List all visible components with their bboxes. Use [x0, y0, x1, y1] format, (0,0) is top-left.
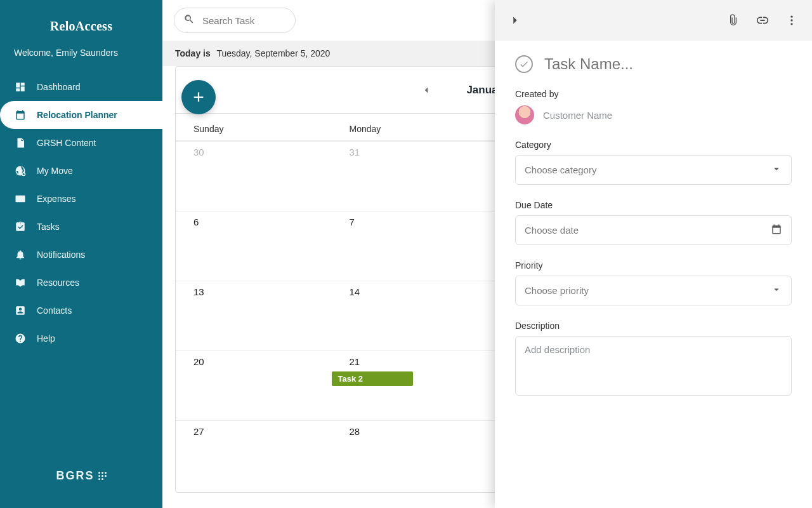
weekday: Monday [332, 114, 488, 140]
svg-point-1 [790, 16, 792, 18]
sidebar-item-tasks[interactable]: Tasks [0, 213, 162, 241]
sidebar-item-notifications[interactable]: Notifications [0, 241, 162, 269]
sidebar-item-label: Expenses [37, 194, 75, 204]
footer-brand-dots-icon [98, 472, 107, 480]
task-check-icon [14, 220, 27, 233]
description-label: Description [515, 321, 792, 331]
category-section: Category Choose category [515, 140, 792, 185]
day-number: 30 [193, 147, 314, 157]
created-by-label: Created by [515, 89, 792, 99]
day-number: 31 [350, 147, 470, 157]
day-number: 6 [193, 217, 314, 227]
created-by-section: Created by Customer Name [515, 89, 792, 124]
calendar-cell[interactable]: 27 [176, 420, 332, 490]
sidebar: ReloAccess Welcome, Emily Saunders Dashb… [0, 0, 162, 508]
due-date-label: Due Date [515, 200, 792, 210]
calendar-cell[interactable]: 21Task 2 [332, 351, 488, 420]
task-title-row [515, 55, 792, 74]
calendar-clip-icon [14, 109, 27, 121]
sidebar-item-label: Contacts [37, 305, 72, 316]
sidebar-item-label: Notifications [37, 250, 85, 260]
day-number: 21 [350, 356, 470, 367]
sidebar-item-relocation-planner[interactable]: Relocation Planner [0, 101, 162, 129]
task-name-input[interactable] [543, 55, 792, 74]
plus-icon: + [193, 88, 204, 107]
search-box[interactable] [174, 8, 296, 33]
document-icon [14, 137, 27, 149]
calendar-cell[interactable]: 28 [332, 420, 488, 490]
sidebar-item-grsh-content[interactable]: GRSH Content [0, 129, 162, 157]
dashboard-icon [14, 81, 27, 93]
search-icon [183, 13, 195, 27]
sidebar-item-resources[interactable]: Resources [0, 269, 162, 297]
panel-body: Created by Customer Name Category Choose… [495, 41, 812, 412]
sidebar-item-dashboard[interactable]: Dashboard [0, 73, 162, 101]
day-number: 27 [193, 426, 314, 437]
contact-icon [14, 304, 27, 317]
chevron-down-icon [771, 284, 782, 297]
brand-title: ReloAccess [0, 0, 162, 48]
svg-point-2 [790, 19, 792, 21]
weekday: Sunday [176, 114, 332, 140]
sidebar-item-label: GRSH Content [37, 138, 96, 148]
day-number: 14 [350, 286, 470, 297]
priority-label: Priority [515, 260, 792, 271]
globe-plus-icon [14, 164, 27, 177]
due-date-section: Due Date Choose date [515, 200, 792, 245]
creator-name: Customer Name [543, 110, 612, 121]
day-number: 20 [193, 356, 314, 367]
bell-icon [14, 248, 27, 261]
sidebar-item-label: Relocation Planner [37, 110, 117, 120]
sidebar-item-label: My Move [37, 166, 73, 176]
panel-header [495, 0, 812, 41]
creator-avatar [515, 105, 534, 124]
description-textarea[interactable] [515, 336, 792, 396]
sidebar-item-contacts[interactable]: Contacts [0, 297, 162, 324]
complete-checkbox[interactable] [515, 55, 533, 73]
category-label: Category [515, 140, 792, 150]
prev-month-button[interactable] [417, 81, 436, 100]
calendar-cell[interactable]: 7 [332, 211, 488, 281]
priority-select[interactable]: Choose priority [515, 276, 792, 305]
day-number: 13 [193, 286, 314, 297]
day-number: 7 [350, 217, 470, 227]
sidebar-item-label: Tasks [37, 222, 60, 232]
sidebar-item-my-move[interactable]: My Move [0, 157, 162, 185]
task-panel: Created by Customer Name Category Choose… [495, 0, 812, 508]
calendar-cell[interactable]: 20 [176, 351, 332, 420]
calendar-cell[interactable]: 13 [176, 281, 332, 351]
calendar-task-pill[interactable]: Task 2 [332, 371, 413, 386]
welcome-text: Welcome, Emily Saunders [0, 48, 162, 73]
add-task-fab[interactable]: + [181, 80, 216, 114]
card-icon [14, 192, 27, 205]
attachment-icon[interactable] [726, 13, 741, 28]
sidebar-nav: Dashboard Relocation Planner GRSH Conten… [0, 73, 162, 352]
description-section: Description [515, 321, 792, 398]
footer-brand: BGRS [0, 453, 162, 508]
svg-point-3 [790, 23, 792, 25]
book-icon [14, 276, 27, 289]
priority-section: Priority Choose priority [515, 260, 792, 305]
chevron-down-icon [771, 163, 782, 177]
sidebar-item-label: Dashboard [37, 82, 81, 92]
search-input[interactable] [201, 15, 286, 27]
calendar-icon [771, 224, 782, 237]
collapse-panel-button[interactable] [508, 13, 523, 28]
sidebar-item-expenses[interactable]: Expenses [0, 185, 162, 213]
calendar-cell[interactable]: 14 [332, 281, 488, 351]
calendar-cell[interactable]: 31 [332, 141, 488, 211]
calendar-cell[interactable]: 30 [176, 141, 332, 211]
help-icon [14, 332, 27, 345]
calendar-cell[interactable]: 6 [176, 211, 332, 281]
sidebar-item-help[interactable]: Help [0, 324, 162, 352]
link-icon[interactable] [755, 13, 770, 28]
category-select[interactable]: Choose category [515, 155, 792, 185]
more-icon[interactable] [784, 13, 799, 28]
day-number: 28 [350, 426, 470, 437]
sidebar-item-label: Help [37, 333, 55, 344]
due-date-picker[interactable]: Choose date [515, 215, 792, 245]
sidebar-item-label: Resources [37, 277, 79, 288]
